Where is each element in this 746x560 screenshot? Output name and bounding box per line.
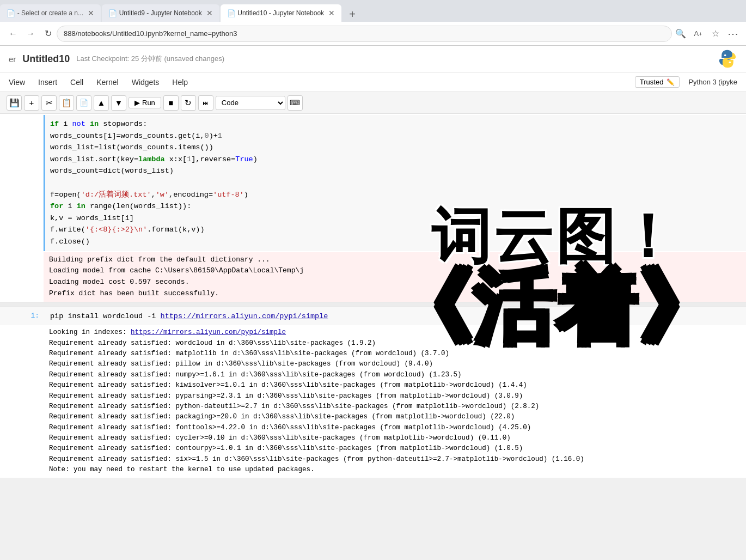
tab-3[interactable]: 📄 Untitled10 - Jupyter Notebook ✕	[221, 4, 341, 22]
tab-3-close[interactable]: ✕	[328, 9, 335, 17]
python-logo	[718, 49, 737, 69]
cell-1: if i not in stopwords: words_counts[i]=w…	[0, 114, 746, 252]
menu-widgets[interactable]: Widgets	[132, 76, 160, 89]
code-line-5: words_count=dict(words_list)	[50, 167, 174, 175]
menu-view[interactable]: View	[9, 76, 25, 89]
out2-line-4: Requirement already satisfied: pillow in…	[49, 360, 433, 368]
cell-2-output-prompt	[0, 325, 44, 477]
tab-1[interactable]: 📄 - Select or create a n... ✕	[0, 4, 101, 22]
save-button[interactable]: 💾	[7, 95, 22, 111]
code-line-1: if i not in stopwords:	[50, 120, 147, 128]
code-line-9: f.write('{:<8}{:>2}\n'.format(k,v))	[50, 226, 205, 234]
cell-1-output-prompt	[0, 252, 44, 302]
out2-line-10: Requirement already satisfied: fonttools…	[49, 424, 531, 431]
cell-divider	[0, 302, 746, 307]
notebook-header: er Untitled10 Last Checkpoint: 25 分钟前 (u…	[0, 46, 746, 72]
out2-line-7: Requirement already satisfied: pyparsing…	[49, 392, 523, 400]
out2-line-14: Note: you may need to restart the kernel…	[49, 466, 315, 473]
menu-kernel[interactable]: Kernel	[96, 76, 118, 89]
menu-help[interactable]: Help	[172, 76, 188, 89]
menu-bar: View Insert Cell Kernel Widgets Help Tru…	[0, 72, 746, 92]
run-icon: ▶	[134, 99, 140, 107]
code-line-8: k,v = words_list[i]	[50, 214, 134, 222]
tab-2[interactable]: 📄 Untitled9 - Jupyter Notebook ✕	[102, 4, 219, 22]
code-line-7: for i in range(len(words_list)):	[50, 202, 191, 210]
tab-1-icon: 📄	[7, 9, 15, 17]
tab-3-label: Untitled10 - Jupyter Notebook	[237, 9, 324, 17]
cell-2-code[interactable]: pip install wordcloud -i https://mirrors…	[44, 307, 746, 326]
out2-line-5: Requirement already satisfied: numpy>=1.…	[49, 371, 462, 379]
restart-run-button[interactable]: ⏭	[198, 95, 213, 111]
out2-line-13: Requirement already satisfied: six>=1.5 …	[49, 455, 584, 463]
tab-1-close[interactable]: ✕	[88, 9, 94, 17]
notebook-checkpoint: Last Checkpoint: 25 分钟前 (unsaved changes…	[76, 54, 224, 64]
cell-2-output-row: Looking in indexes: https://mirrors.aliy…	[0, 325, 746, 477]
menu-icon[interactable]: ⋯	[725, 26, 741, 41]
address-bar: ← → ↻ 🔍 A+ ☆ ⋯	[0, 22, 746, 46]
out2-line-9: Requirement already satisfied: packaging…	[49, 413, 515, 421]
code-line-3: words_list=list(words_counts.items())	[50, 143, 213, 151]
output-line-4: Prefix dict has been built successfully.	[49, 289, 219, 297]
menu-insert[interactable]: Insert	[38, 76, 57, 89]
out2-line-2: Requirement already satisfied: wordcloud…	[49, 339, 376, 347]
out2-line-3: Requirement already satisfied: matplotli…	[49, 350, 449, 357]
restart-button[interactable]: ↻	[181, 95, 196, 111]
output-line-1: Building prefix dict from the default di…	[49, 255, 270, 264]
out2-line-8: Requirement already satisfied: python-da…	[49, 403, 539, 410]
move-up-button[interactable]: ▲	[94, 95, 109, 111]
code-line-6: f=open('d:/活着词频.txt','w',encoding='utf-8…	[50, 191, 248, 199]
cut-button[interactable]: ✂	[41, 95, 57, 111]
paste-button[interactable]: 📄	[76, 95, 91, 111]
font-btn[interactable]: A+	[690, 26, 706, 41]
kernel-label: Python 3 (ipyke	[688, 78, 737, 86]
trusted-label: Trusted	[640, 78, 664, 86]
svg-point-1	[729, 62, 731, 64]
cell-1-output-row: Building prefix dict from the default di…	[0, 252, 746, 302]
cell-2-output: Looking in indexes: https://mirrors.aliy…	[44, 325, 746, 477]
trusted-button[interactable]: Trusted ✏️	[635, 76, 680, 88]
code-line-4: words_list.sort(key=lambda x:x[1],revers…	[50, 155, 258, 163]
out2-line-6: Requirement already satisfied: kiwisolve…	[49, 381, 527, 389]
address-input[interactable]	[57, 26, 672, 42]
pip-command: pip install wordcloud -i https://mirrors…	[50, 312, 328, 320]
bookmark-icon[interactable]: ☆	[708, 26, 723, 41]
cell-1-code[interactable]: if i not in stopwords: words_counts[i]=w…	[44, 115, 746, 251]
tab-2-close[interactable]: ✕	[206, 9, 213, 17]
tab-1-label: - Select or create a n...	[17, 9, 83, 17]
copy-button[interactable]: 📋	[59, 95, 74, 111]
out2-line-12: Requirement already satisfied: contourpy…	[49, 445, 523, 452]
jupyter-logo: er	[9, 54, 16, 64]
forward-button[interactable]: →	[23, 26, 38, 41]
keyboard-shortcut-button[interactable]: ⌨	[288, 95, 303, 111]
code-line-10: f.close()	[50, 238, 90, 246]
tab-2-icon: 📄	[108, 9, 117, 17]
run-label: Run	[142, 99, 155, 107]
search-icon[interactable]: 🔍	[673, 26, 688, 41]
run-button[interactable]: ▶ Run	[129, 97, 161, 108]
cell-1-output: Building prefix dict from the default di…	[44, 252, 746, 302]
notebook-title: Untitled10	[22, 53, 70, 65]
out2-line-11: Requirement already satisfied: cycler>=0…	[49, 434, 511, 442]
cell-type-select[interactable]: CodeMarkdownRaw NBConvert	[216, 96, 285, 110]
move-down-button[interactable]: ▼	[111, 95, 126, 111]
code-line-2: words_counts[i]=words_counts.get(i,0)+1	[50, 132, 222, 140]
toolbar: 💾 + ✂ 📋 📄 ▲ ▼ ▶ Run ■ ↻ ⏭ CodeMarkdownRa…	[0, 92, 746, 114]
cell-2: 1: pip install wordcloud -i https://mirr…	[0, 307, 746, 326]
output-line-2: Loading model from cache C:\Users\86150\…	[49, 266, 304, 275]
cell-2-prompt: 1:	[0, 307, 44, 326]
add-cell-button[interactable]: +	[24, 95, 39, 111]
new-tab-button[interactable]: +	[345, 7, 360, 22]
out2-line-1: Looking in indexes: https://mirrors.aliy…	[49, 328, 286, 336]
tab-2-label: Untitled9 - Jupyter Notebook	[119, 9, 202, 17]
browser-chrome: 📄 - Select or create a n... ✕ 📄 Untitled…	[0, 0, 746, 46]
interrupt-button[interactable]: ■	[163, 95, 179, 111]
svg-point-0	[724, 54, 726, 57]
tab-3-icon: 📄	[227, 9, 236, 17]
tab-bar: 📄 - Select or create a n... ✕ 📄 Untitled…	[0, 0, 746, 22]
reload-button[interactable]: ↻	[40, 26, 56, 41]
output-line-3: Loading model cost 0.597 seconds.	[49, 278, 189, 286]
back-button[interactable]: ←	[5, 26, 21, 41]
cell-1-prompt	[0, 114, 44, 252]
menu-cell[interactable]: Cell	[70, 76, 83, 89]
notebook-body: 词云图！ 《活着》 if i not in stopwords: words_c…	[0, 114, 746, 478]
